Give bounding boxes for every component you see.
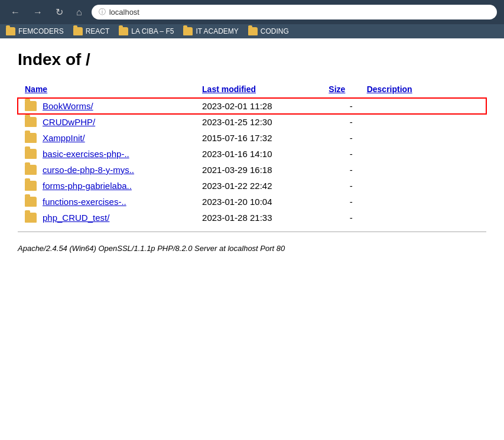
folder-icon (25, 133, 37, 143)
name-cell: php_CRUD_test/ (18, 210, 195, 226)
table-row: BookWorms/2023-02-01 11:28- (18, 98, 486, 114)
desc-cell (360, 130, 486, 146)
bookmark-label: REACT (86, 27, 110, 35)
entry-link[interactable]: CRUDwPHP/ (43, 117, 95, 127)
bookmark-label: FEMCODERS (18, 27, 64, 35)
back-button[interactable]: ← (7, 6, 24, 19)
name-cell: forms-php-gabrielaba.. (18, 178, 195, 194)
modified-cell: 2023-01-25 12:30 (195, 114, 321, 130)
modified-cell: 2023-01-16 14:10 (195, 146, 321, 162)
size-cell: - (321, 114, 359, 130)
bookmark-react[interactable]: REACT (73, 27, 110, 35)
folder-icon (25, 197, 37, 207)
modified-cell: 2021-03-29 16:18 (195, 162, 321, 178)
forward-button[interactable]: → (30, 6, 46, 19)
entry-link[interactable]: BookWorms/ (43, 101, 93, 111)
size-cell: - (321, 178, 359, 194)
entry-link[interactable]: functions-exercises-.. (43, 197, 126, 207)
size-cell: - (321, 194, 359, 210)
bookmark-folder-icon (73, 27, 83, 35)
bookmarks-bar: FEMCODERS REACT LA CIBA – F5 IT ACADEMY … (0, 24, 504, 38)
entry-link[interactable]: php_CRUD_test/ (43, 213, 109, 223)
name-cell: XamppInit/ (18, 130, 195, 146)
bookmark-folder-icon (183, 27, 193, 35)
col-description: Description (360, 81, 486, 97)
col-desc-link[interactable]: Description (367, 84, 412, 94)
modified-cell: 2023-02-01 11:28 (195, 98, 321, 114)
folder-icon (25, 181, 37, 191)
name-cell: basic-exercises-php-.. (18, 146, 195, 162)
modified-cell: 2023-01-20 10:04 (195, 194, 321, 210)
bookmark-label: CODING (261, 27, 289, 35)
browser-chrome: ← → ↻ ⌂ ⓘ localhost (0, 0, 504, 24)
table-header-row: Name Last modified Size Description (18, 81, 486, 97)
modified-cell: 2023-01-22 22:42 (195, 178, 321, 194)
col-name-link[interactable]: Name (25, 84, 47, 94)
page-title: Index of / (18, 50, 486, 69)
name-cell: curso-de-php-8-y-mys.. (18, 162, 195, 178)
folder-icon (25, 101, 37, 111)
desc-cell (360, 178, 486, 194)
size-cell: - (321, 210, 359, 226)
size-cell: - (321, 162, 359, 178)
home-button[interactable]: ⌂ (73, 6, 86, 19)
name-cell: functions-exercises-.. (18, 194, 195, 210)
address-bar[interactable]: ⓘ localhost (92, 5, 497, 19)
url-text: localhost (109, 8, 139, 17)
desc-cell (360, 194, 486, 210)
reload-button[interactable]: ↻ (52, 5, 67, 19)
col-size-link[interactable]: Size (329, 84, 345, 94)
bookmark-label: LA CIBA – F5 (131, 27, 174, 35)
info-icon: ⓘ (99, 7, 106, 17)
desc-cell (360, 114, 486, 130)
entry-link[interactable]: forms-php-gabrielaba.. (43, 181, 132, 191)
bookmark-folder-icon (6, 27, 15, 35)
table-row: basic-exercises-php-..2023-01-16 14:10- (18, 146, 486, 162)
table-row: XamppInit/2015-07-16 17:32- (18, 130, 486, 146)
desc-cell (360, 210, 486, 226)
col-name: Name (18, 81, 195, 97)
folder-icon (25, 149, 37, 159)
bookmark-itacademy[interactable]: IT ACADEMY (183, 27, 238, 35)
table-row: CRUDwPHP/2023-01-25 12:30- (18, 114, 486, 130)
name-cell: CRUDwPHP/ (18, 114, 195, 130)
size-cell: - (321, 98, 359, 114)
bookmark-folder-icon (119, 27, 128, 35)
col-size: Size (321, 81, 359, 97)
folder-icon (25, 117, 37, 127)
table-row: functions-exercises-..2023-01-20 10:04- (18, 194, 486, 210)
entry-link[interactable]: XamppInit/ (43, 133, 85, 143)
footer-divider-row (18, 226, 486, 238)
desc-cell (360, 162, 486, 178)
entry-link[interactable]: curso-de-php-8-y-mys.. (43, 165, 134, 175)
modified-cell: 2023-01-28 21:33 (195, 210, 321, 226)
bookmark-coding[interactable]: CODING (248, 27, 289, 35)
entry-link[interactable]: basic-exercises-php-.. (43, 149, 129, 159)
folder-icon (25, 165, 37, 175)
modified-cell: 2015-07-16 17:32 (195, 130, 321, 146)
desc-cell (360, 98, 486, 114)
col-modified: Last modified (195, 81, 321, 97)
folder-icon (25, 213, 37, 223)
desc-cell (360, 146, 486, 162)
table-row: php_CRUD_test/2023-01-28 21:33- (18, 210, 486, 226)
directory-table: Name Last modified Size Description Book… (18, 81, 486, 238)
name-cell: BookWorms/ (18, 98, 195, 114)
server-footer: Apache/2.4.54 (Win64) OpenSSL/1.1.1p PHP… (18, 244, 486, 253)
bookmark-femcoders[interactable]: FEMCODERS (6, 27, 64, 35)
bookmark-label: IT ACADEMY (196, 27, 238, 35)
table-row: forms-php-gabrielaba..2023-01-22 22:42- (18, 178, 486, 194)
size-cell: - (321, 146, 359, 162)
bookmark-laciba[interactable]: LA CIBA – F5 (119, 27, 174, 35)
size-cell: - (321, 130, 359, 146)
col-modified-link[interactable]: Last modified (202, 84, 256, 94)
table-row: curso-de-php-8-y-mys..2021-03-29 16:18- (18, 162, 486, 178)
bookmark-folder-icon (248, 27, 258, 35)
page-content: Index of / Name Last modified Size Descr… (0, 38, 504, 265)
